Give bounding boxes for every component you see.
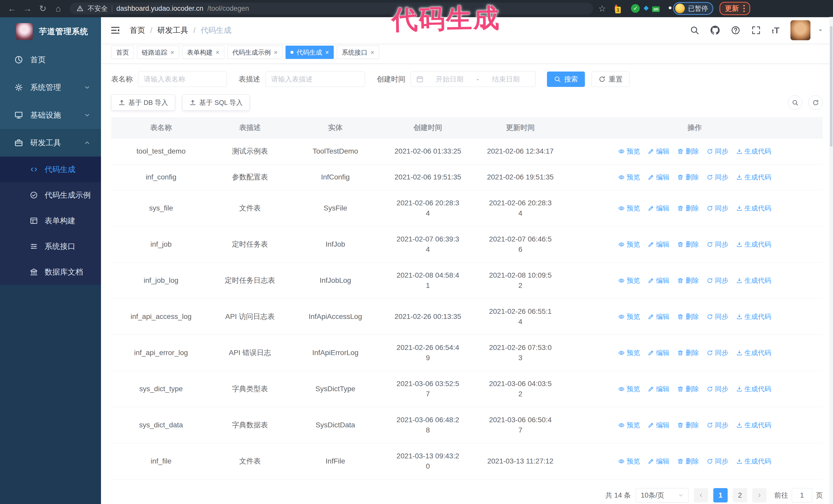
action-download-link[interactable]: 生成代码 (736, 239, 771, 249)
action-eye-link[interactable]: 预览 (618, 172, 640, 182)
profile-paused-badge[interactable]: 已暂停 (673, 2, 713, 15)
action-edit-link[interactable]: 编辑 (648, 420, 669, 430)
github-icon[interactable] (710, 25, 720, 35)
action-download-link[interactable]: 生成代码 (736, 384, 771, 394)
action-delete-link[interactable]: 删除 (677, 203, 699, 213)
date-range-picker[interactable]: - (411, 72, 536, 87)
tab-2[interactable]: 表单构建× (182, 46, 224, 59)
action-sync-link[interactable]: 同步 (707, 146, 729, 157)
prev-page-button[interactable] (694, 488, 708, 502)
action-eye-link[interactable]: 预览 (618, 311, 640, 322)
sidebar-item-gear[interactable]: 系统管理 (0, 74, 101, 101)
action-edit-link[interactable]: 编辑 (648, 456, 669, 466)
action-download-link[interactable]: 生成代码 (736, 203, 771, 213)
page-button-1[interactable]: 1 (713, 488, 728, 502)
browser-update-button[interactable]: 更新 (719, 2, 750, 15)
action-edit-link[interactable]: 编辑 (648, 203, 669, 213)
app-logo[interactable]: 芋道管理系统 (0, 17, 101, 46)
sidebar-subitem-code[interactable]: 代码生成 (0, 157, 101, 182)
action-sync-link[interactable]: 同步 (707, 311, 729, 322)
action-eye-link[interactable]: 预览 (618, 203, 640, 213)
action-eye-link[interactable]: 预览 (618, 239, 640, 249)
action-sync-link[interactable]: 同步 (707, 275, 729, 286)
action-eye-link[interactable]: 预览 (618, 384, 640, 394)
action-eye-link[interactable]: 预览 (618, 456, 640, 466)
scrollbar-thumb[interactable] (830, 26, 832, 147)
action-edit-link[interactable]: 编辑 (648, 275, 669, 286)
action-download-link[interactable]: 生成代码 (736, 347, 771, 358)
address-bar[interactable]: 不安全 dashboard.yudao.iocoder.cn/tool/code… (70, 3, 593, 14)
table-desc-input[interactable] (265, 75, 365, 83)
action-delete-link[interactable]: 删除 (677, 311, 699, 322)
action-edit-link[interactable]: 编辑 (648, 146, 669, 157)
end-date-input[interactable] (482, 75, 530, 83)
action-edit-link[interactable]: 编辑 (648, 347, 669, 358)
refresh-table-button[interactable] (808, 95, 823, 110)
action-eye-link[interactable]: 预览 (618, 275, 640, 286)
action-download-link[interactable]: 生成代码 (736, 275, 771, 286)
collapse-sidebar-icon[interactable] (110, 25, 120, 35)
action-eye-link[interactable]: 预览 (618, 420, 640, 430)
toggle-search-button[interactable] (788, 95, 802, 110)
next-page-button[interactable] (752, 488, 767, 502)
page-scrollbar[interactable] (829, 17, 833, 504)
tab-close-icon[interactable]: × (371, 49, 374, 56)
sidebar-subitem-form[interactable]: 表单构建 (0, 208, 101, 234)
tab-close-icon[interactable]: × (274, 49, 278, 56)
tab-1[interactable]: 链路追踪× (137, 46, 179, 59)
user-avatar[interactable] (790, 20, 810, 40)
table-name-input[interactable] (138, 75, 227, 83)
reset-button[interactable]: 重置 (592, 72, 629, 87)
breadcrumb-item[interactable]: 研发工具 (158, 25, 188, 35)
tab-active[interactable]: 代码生成× (286, 46, 334, 59)
fullscreen-icon[interactable] (751, 25, 761, 35)
action-download-link[interactable]: 生成代码 (736, 456, 771, 466)
extension-check-icon[interactable]: ✓ (631, 4, 640, 13)
action-delete-link[interactable]: 删除 (677, 456, 699, 466)
action-sync-link[interactable]: 同步 (707, 239, 729, 249)
tab-5[interactable]: 系统接口× (337, 46, 379, 59)
sidebar-subitem-db[interactable]: 数据库文档 (0, 259, 101, 285)
action-delete-link[interactable]: 删除 (677, 275, 699, 286)
action-delete-link[interactable]: 删除 (677, 172, 699, 182)
action-delete-link[interactable]: 删除 (677, 420, 699, 430)
avatar-caret-icon[interactable] (817, 27, 824, 33)
font-size-icon[interactable]: tT (772, 25, 780, 35)
goto-page-input[interactable] (792, 488, 812, 502)
action-delete-link[interactable]: 删除 (677, 239, 699, 249)
action-download-link[interactable]: 生成代码 (736, 420, 771, 430)
action-delete-link[interactable]: 删除 (677, 384, 699, 394)
sidebar-item-infra[interactable]: 基础设施 (0, 101, 101, 129)
sidebar-item-dashboard[interactable]: 首页 (0, 46, 101, 74)
extension-orange-icon[interactable]: 1 (615, 6, 618, 11)
action-download-link[interactable]: 生成代码 (736, 172, 771, 182)
action-download-link[interactable]: 生成代码 (736, 311, 771, 322)
tab-close-icon[interactable]: × (325, 49, 329, 56)
action-delete-link[interactable]: 删除 (677, 146, 699, 157)
action-sync-link[interactable]: 同步 (707, 456, 729, 466)
sidebar-item-tools[interactable]: 研发工具 (0, 129, 101, 157)
action-download-link[interactable]: 生成代码 (736, 146, 771, 157)
import-sql-button[interactable]: 基于 SQL 导入 (182, 95, 250, 111)
browser-reload-icon[interactable]: ↻ (36, 3, 50, 14)
bookmark-star-icon[interactable]: ☆ (598, 3, 606, 14)
tab-3[interactable]: 代码生成示例× (227, 46, 282, 59)
breadcrumb-item[interactable]: 首页 (130, 25, 145, 35)
header-search-icon[interactable] (690, 25, 699, 35)
action-edit-link[interactable]: 编辑 (648, 311, 669, 322)
page-size-select[interactable]: 10条/页 (636, 488, 689, 502)
browser-home-icon[interactable]: ⌂ (51, 4, 65, 14)
page-button-2[interactable]: 2 (733, 488, 747, 502)
tab-close-icon[interactable]: × (216, 49, 220, 56)
browser-forward-icon[interactable]: → (21, 4, 34, 14)
search-button[interactable]: 搜索 (547, 72, 585, 87)
start-date-input[interactable] (425, 75, 474, 83)
browser-back-icon[interactable]: ← (5, 4, 19, 14)
action-sync-link[interactable]: 同步 (707, 384, 729, 394)
sidebar-subitem-example[interactable]: 代码生成示例 (0, 182, 101, 208)
action-edit-link[interactable]: 编辑 (648, 384, 669, 394)
action-delete-link[interactable]: 删除 (677, 347, 699, 358)
sidebar-subitem-api[interactable]: 系统接口 (0, 234, 101, 259)
tab-close-icon[interactable]: × (170, 49, 174, 56)
tab-0[interactable]: 首页 (111, 46, 134, 59)
